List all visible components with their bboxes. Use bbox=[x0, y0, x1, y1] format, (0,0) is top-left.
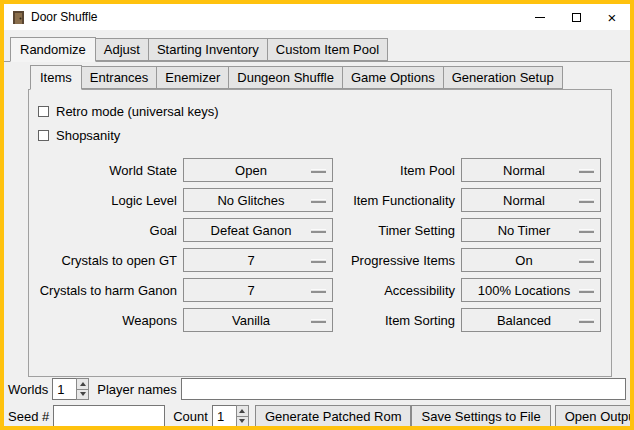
worlds-label: Worlds bbox=[8, 382, 48, 397]
window-body: Randomize Adjust Starting Inventory Cust… bbox=[4, 37, 630, 430]
tab-game-options[interactable]: Game Options bbox=[342, 66, 444, 89]
worlds-spin-up[interactable] bbox=[76, 378, 89, 390]
retro-mode-label: Retro mode (universal keys) bbox=[56, 104, 219, 119]
main-tabstrip: Randomize Adjust Starting Inventory Cust… bbox=[4, 37, 630, 61]
tab-items[interactable]: Items bbox=[30, 65, 82, 90]
count-label: Count bbox=[173, 409, 208, 424]
worlds-spinbox bbox=[52, 378, 89, 400]
item-functionality-label: Item Functionality bbox=[339, 188, 455, 212]
door-shuffle-window: Door Shuffle × Randomize Adjust Starting… bbox=[0, 0, 634, 430]
dropdown-indicator bbox=[579, 289, 594, 293]
inner-tabstrip: Items Entrances Enemizer Dungeon Shuffle… bbox=[28, 65, 612, 89]
item-pool-label: Item Pool bbox=[339, 158, 455, 182]
tab-generation-setup[interactable]: Generation Setup bbox=[443, 66, 563, 89]
dropdown-indicator bbox=[579, 199, 594, 203]
maximize-button[interactable] bbox=[558, 4, 594, 30]
weapons-dropdown[interactable]: Vanilla bbox=[183, 308, 333, 332]
logic-level-dropdown[interactable]: No Glitches bbox=[183, 188, 333, 212]
tab-entrances[interactable]: Entrances bbox=[81, 66, 158, 89]
timer-setting-dropdown[interactable]: No Timer bbox=[461, 218, 601, 242]
tab-custom-item-pool[interactable]: Custom Item Pool bbox=[267, 38, 388, 61]
crystals-gt-label: Crystals to open GT bbox=[37, 248, 177, 272]
count-spin-up[interactable] bbox=[236, 405, 249, 417]
close-icon: × bbox=[608, 10, 617, 25]
options-grid: World State Open Item Pool Normal Logic … bbox=[37, 158, 603, 332]
count-spinbox bbox=[212, 405, 249, 427]
maximize-icon bbox=[572, 13, 581, 22]
minimize-icon bbox=[535, 17, 545, 18]
accessibility-dropdown[interactable]: 100% Locations bbox=[461, 278, 601, 302]
player-names-input[interactable] bbox=[181, 378, 626, 400]
arrow-down-icon bbox=[239, 419, 245, 423]
dropdown-indicator bbox=[311, 169, 326, 173]
player-names-label: Player names bbox=[97, 382, 176, 397]
dropdown-indicator bbox=[311, 289, 326, 293]
items-pane: Retro mode (universal keys) Shopsanity W… bbox=[28, 89, 612, 377]
world-state-dropdown[interactable]: Open bbox=[183, 158, 333, 182]
close-button[interactable]: × bbox=[594, 4, 630, 30]
accessibility-label: Accessibility bbox=[339, 278, 455, 302]
arrow-up-icon bbox=[80, 382, 86, 386]
bottom-bar: Worlds Player names Seed # Count bbox=[8, 378, 626, 427]
count-spin-down[interactable] bbox=[236, 417, 249, 428]
generate-patched-rom-button[interactable]: Generate Patched Rom bbox=[255, 405, 412, 427]
crystals-ganon-label: Crystals to harm Ganon bbox=[37, 278, 177, 302]
arrow-up-icon bbox=[239, 409, 245, 413]
item-sorting-label: Item Sorting bbox=[339, 308, 455, 332]
dropdown-indicator bbox=[579, 259, 594, 263]
app-icon bbox=[11, 10, 25, 24]
worlds-row: Worlds Player names bbox=[8, 378, 626, 400]
goal-dropdown[interactable]: Defeat Ganon bbox=[183, 218, 333, 242]
randomize-notebook: Items Entrances Enemizer Dungeon Shuffle… bbox=[28, 65, 612, 377]
dropdown-indicator bbox=[579, 319, 594, 323]
item-pool-dropdown[interactable]: Normal bbox=[461, 158, 601, 182]
window-controls: × bbox=[522, 4, 630, 30]
dropdown-indicator bbox=[579, 229, 594, 233]
shopsanity-label: Shopsanity bbox=[56, 128, 120, 143]
tab-randomize[interactable]: Randomize bbox=[10, 37, 96, 62]
item-functionality-dropdown[interactable]: Normal bbox=[461, 188, 601, 212]
world-state-label: World State bbox=[37, 158, 177, 182]
timer-setting-label: Timer Setting bbox=[339, 218, 455, 242]
tab-enemizer[interactable]: Enemizer bbox=[156, 66, 229, 89]
goal-label: Goal bbox=[37, 218, 177, 242]
window-title: Door Shuffle bbox=[31, 10, 98, 24]
tab-starting-inventory[interactable]: Starting Inventory bbox=[148, 38, 268, 61]
worlds-input[interactable] bbox=[52, 378, 76, 400]
save-settings-button[interactable]: Save Settings to File bbox=[411, 405, 550, 427]
retro-mode-row: Retro mode (universal keys) bbox=[37, 101, 603, 121]
seed-label: Seed # bbox=[8, 409, 49, 424]
dropdown-indicator bbox=[311, 229, 326, 233]
retro-mode-checkbox[interactable] bbox=[38, 106, 49, 117]
crystals-ganon-dropdown[interactable]: 7 bbox=[183, 278, 333, 302]
tab-dungeon-shuffle[interactable]: Dungeon Shuffle bbox=[228, 66, 343, 89]
open-output-directory-button[interactable]: Open Output Directory bbox=[555, 405, 634, 427]
dropdown-indicator bbox=[579, 169, 594, 173]
tab-adjust[interactable]: Adjust bbox=[95, 38, 149, 61]
seed-input[interactable] bbox=[53, 405, 165, 427]
dropdown-indicator bbox=[311, 319, 326, 323]
seed-row: Seed # Count Generate Patched Rom Save S… bbox=[8, 405, 626, 427]
shopsanity-checkbox[interactable] bbox=[38, 130, 49, 141]
shopsanity-row: Shopsanity bbox=[37, 125, 603, 145]
main-notebook-border bbox=[4, 61, 630, 62]
item-sorting-dropdown[interactable]: Balanced bbox=[461, 308, 601, 332]
minimize-button[interactable] bbox=[522, 4, 558, 30]
progressive-items-dropdown[interactable]: On bbox=[461, 248, 601, 272]
crystals-gt-dropdown[interactable]: 7 bbox=[183, 248, 333, 272]
logic-level-label: Logic Level bbox=[37, 188, 177, 212]
weapons-label: Weapons bbox=[37, 308, 177, 332]
count-input[interactable] bbox=[212, 405, 236, 427]
titlebar: Door Shuffle × bbox=[4, 4, 630, 30]
dropdown-indicator bbox=[311, 199, 326, 203]
arrow-down-icon bbox=[80, 392, 86, 396]
worlds-spin-down[interactable] bbox=[76, 390, 89, 401]
dropdown-indicator bbox=[311, 259, 326, 263]
progressive-items-label: Progressive Items bbox=[339, 248, 455, 272]
